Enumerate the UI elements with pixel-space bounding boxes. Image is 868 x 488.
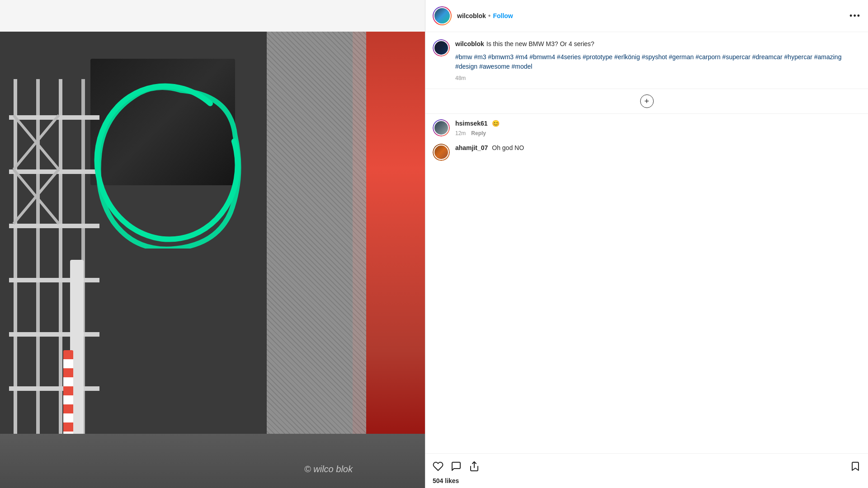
share-icon [469, 461, 480, 472]
comment-1-time: 12m [455, 130, 466, 136]
comment-2-avatar-border [433, 144, 450, 161]
caption-username[interactable]: wilcoblok [455, 40, 484, 47]
svg-rect-9 [9, 386, 99, 391]
comment-2-avatar[interactable] [433, 144, 450, 161]
post-image-section: © wilco blok [0, 0, 425, 488]
photo-background: © wilco blok [0, 32, 425, 488]
header-username[interactable]: wilcoblok [457, 12, 486, 19]
photo-container: © wilco blok [0, 32, 425, 488]
comment-1-avatar[interactable] [433, 119, 450, 136]
comment-button[interactable] [451, 461, 462, 474]
svg-rect-8 [9, 332, 99, 337]
comment-1-text: hsimsek61 😊 [455, 119, 861, 128]
floor [0, 434, 425, 488]
more-options-button[interactable]: ••• [849, 11, 861, 21]
post-header: wilcoblok • Follow ••• [425, 0, 868, 32]
top-whitespace [0, 0, 425, 32]
green-circle-annotation [90, 77, 244, 249]
bookmark-button[interactable] [850, 461, 861, 474]
svg-rect-6 [9, 224, 99, 228]
comment-1-username[interactable]: hsimsek61 [455, 120, 488, 127]
caption-avatar[interactable] [433, 39, 450, 56]
comment-item: hsimsek61 😊 12m Reply [433, 119, 861, 136]
heart-icon [433, 461, 443, 472]
caption-section: wilcoblokIs this the new BMW M3? Or 4 se… [425, 32, 868, 89]
comment-1-content: hsimsek61 😊 12m Reply [455, 119, 861, 136]
caption-row: wilcoblokIs this the new BMW M3? Or 4 se… [433, 39, 861, 81]
bookmark-icon [850, 461, 861, 472]
watermark: © wilco blok [304, 464, 353, 474]
caption-avatar-gradient [433, 39, 450, 56]
header-avatar[interactable] [434, 7, 451, 24]
comment-1-emoji: 😊 [492, 120, 500, 127]
caption-hashtags: #bmw #m3 #bmwm3 #m4 #bmwm4 #4series #pro… [455, 52, 861, 71]
caption-text: wilcoblokIs this the new BMW M3? Or 4 se… [455, 39, 861, 49]
right-panel: wilcoblok • Follow ••• wilcoblokIs this … [425, 0, 868, 488]
caption-main-text: Is this the new BMW M3? Or 4 series? [486, 40, 594, 47]
comment-1-avatar-image [434, 120, 449, 136]
metal-panel [267, 32, 366, 488]
header-avatar-border[interactable] [433, 6, 452, 25]
caption-time: 48m [455, 75, 861, 81]
svg-rect-15 [63, 350, 73, 441]
comment-2-text: ahamjit_07 Oh god NO [455, 144, 861, 153]
comment-icon [451, 461, 462, 472]
comment-2-avatar-image [434, 145, 449, 160]
comment-1-avatar-gradient [433, 119, 450, 136]
share-button[interactable] [469, 461, 480, 474]
svg-rect-7 [9, 278, 99, 282]
caption-content: wilcoblokIs this the new BMW M3? Or 4 se… [455, 39, 861, 81]
comment-2-username[interactable]: ahamjit_07 [455, 144, 488, 151]
comment-2-content: ahamjit_07 Oh god NO [455, 144, 861, 153]
caption-avatar-image [434, 40, 449, 56]
add-comment-button[interactable]: + [640, 94, 654, 108]
header-avatar-image [434, 8, 450, 23]
header-dot: • [488, 12, 491, 20]
comment-1-meta: 12m Reply [455, 130, 861, 136]
comment-2-body: Oh god NO [492, 144, 524, 151]
action-bar: 504 likes [425, 453, 868, 488]
comment-item: ahamjit_07 Oh god NO [433, 144, 861, 161]
action-icons-row [433, 457, 861, 477]
follow-button[interactable]: Follow [493, 12, 513, 19]
comment-1-reply-button[interactable]: Reply [471, 130, 486, 136]
likes-count: 504 likes [433, 477, 861, 484]
comments-section: hsimsek61 😊 12m Reply ahamjit_07 Oh god [425, 114, 868, 453]
like-button[interactable] [433, 461, 443, 474]
add-comment-row: + [425, 89, 868, 114]
